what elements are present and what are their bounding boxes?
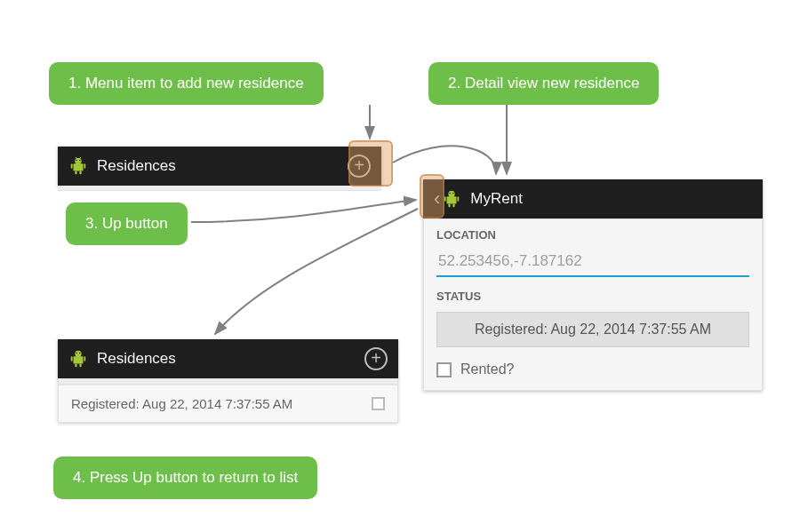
svg-rect-24 (75, 364, 76, 368)
svg-rect-5 (84, 163, 85, 169)
svg-rect-10 (447, 196, 457, 203)
svg-rect-4 (71, 163, 73, 169)
svg-point-19 (75, 351, 81, 357)
up-button[interactable]: ‹ (434, 189, 440, 209)
svg-rect-18 (74, 356, 84, 363)
callout-4: 4. Press Up button to return to list (53, 457, 317, 499)
android-icon (68, 349, 88, 369)
svg-point-2 (76, 160, 76, 161)
svg-rect-23 (84, 356, 85, 361)
svg-rect-15 (458, 196, 460, 202)
list-item[interactable]: Registered: Aug 22, 2014 7:37:55 AM (59, 385, 397, 422)
list-item-text: Registered: Aug 22, 2014 7:37:55 AM (71, 396, 292, 411)
list-item-checkbox[interactable] (372, 397, 385, 410)
svg-point-3 (79, 160, 80, 161)
location-label: LOCATION (424, 219, 762, 245)
svg-rect-16 (449, 204, 451, 208)
screen1-actionbar: Residences + (58, 147, 381, 186)
screen2-detail-panel: LOCATION STATUS Registered: Aug 22, 2014… (423, 218, 763, 391)
android-icon (442, 189, 461, 209)
svg-line-8 (76, 157, 76, 159)
status-button[interactable]: Registered: Aug 22, 2014 7:37:55 AM (436, 312, 749, 347)
status-label: STATUS (424, 284, 762, 306)
svg-point-12 (450, 193, 451, 194)
callout-3: 3. Up button (66, 202, 188, 245)
svg-point-13 (452, 193, 453, 194)
svg-rect-6 (75, 171, 76, 175)
screen2-title: MyRent (470, 190, 752, 208)
add-residence-button[interactable]: + (348, 155, 371, 178)
screen3-title: Residences (97, 350, 364, 368)
svg-rect-17 (453, 204, 455, 208)
rented-row[interactable]: Rented? (424, 353, 762, 390)
rented-checkbox[interactable] (436, 362, 452, 377)
callout-2: 2. Detail view new residence (428, 62, 659, 105)
android-icon (68, 156, 88, 176)
location-input[interactable] (436, 249, 749, 277)
svg-rect-14 (444, 196, 446, 202)
screen1-title: Residences (97, 157, 348, 175)
svg-point-21 (79, 353, 80, 353)
screen3-list: Registered: Aug 22, 2014 7:37:55 AM (58, 378, 398, 423)
svg-rect-25 (79, 364, 81, 368)
callout-1: 1. Menu item to add new residence (49, 62, 324, 105)
svg-rect-22 (71, 356, 73, 361)
svg-point-11 (449, 191, 455, 197)
screen2-actionbar: ‹ MyRent (423, 179, 763, 218)
svg-rect-7 (79, 171, 81, 175)
rented-label: Rented? (460, 361, 515, 377)
screen3-actionbar: Residences + (58, 339, 398, 378)
svg-line-9 (80, 157, 81, 159)
screen1-body (58, 186, 381, 191)
add-residence-button[interactable]: + (364, 347, 388, 370)
svg-rect-0 (74, 163, 84, 171)
svg-point-20 (76, 353, 76, 353)
svg-point-1 (75, 158, 81, 164)
